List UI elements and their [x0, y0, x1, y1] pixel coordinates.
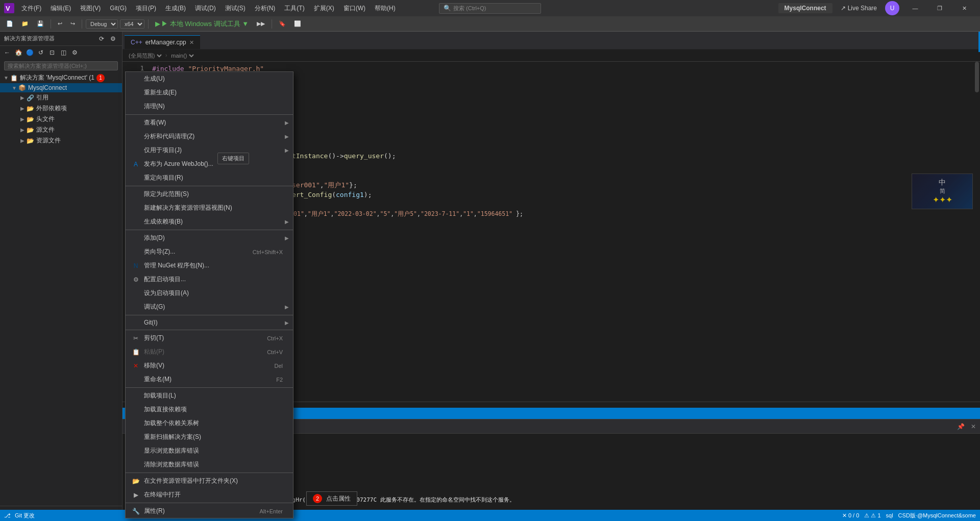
- menu-build[interactable]: 生成(B): [161, 2, 190, 15]
- user-avatar[interactable]: U: [885, 1, 899, 15]
- ctx-azure[interactable]: A 发布为 Azure WebJob()...: [126, 157, 293, 171]
- toolbar-breakpoint[interactable]: ⬜: [291, 19, 304, 28]
- menu-test[interactable]: 测试(S): [221, 2, 250, 15]
- breadcrumb-scope-select[interactable]: (全局范围): [127, 52, 163, 59]
- ctx-remove[interactable]: ✕ 移除(V) Del: [126, 359, 293, 373]
- ctx-retarget[interactable]: 重定向项目(R): [126, 171, 293, 185]
- ctx-view[interactable]: 查看(W): [126, 116, 293, 130]
- ctx-open-folder[interactable]: 📂 在文件资源管理器中打开文件夹(X): [126, 474, 293, 488]
- menu-extensions[interactable]: 扩展(X): [310, 2, 338, 15]
- ctx-rescan[interactable]: 重新扫描解决方案(S): [126, 430, 293, 444]
- sidebar-title: 解决方案资源管理器: [4, 35, 55, 42]
- sep-5: [126, 330, 293, 330]
- ctx-cut[interactable]: ✂ 剪切(T) Ctrl+X: [126, 331, 293, 345]
- toolbar-more[interactable]: ▶▶: [254, 19, 268, 28]
- menu-help[interactable]: 帮助(H): [371, 2, 400, 15]
- ctx-build[interactable]: 生成(U): [126, 72, 293, 86]
- ctx-rebuild-label: 重新生成(E): [144, 88, 177, 97]
- tree-project-node[interactable]: ▼ 📦 MysqlConnect: [0, 83, 122, 92]
- menu-project[interactable]: 项目(P): [132, 2, 160, 15]
- toolbar-redo[interactable]: ↪: [67, 19, 78, 28]
- ctx-open-terminal[interactable]: ▶ 在终端中打开: [126, 488, 293, 502]
- editor-scrollbar[interactable]: [974, 62, 980, 402]
- sidebar-tool-view[interactable]: ◫: [58, 47, 68, 58]
- ctx-add[interactable]: 添加(D): [126, 231, 293, 245]
- title-search-box[interactable]: 🔍 搜索 (Ctrl+Q): [439, 3, 541, 14]
- ctx-rebuild[interactable]: 重新生成(E): [126, 86, 293, 100]
- ctx-load-direct[interactable]: 加载直接依赖项: [126, 403, 293, 416]
- warning-indicator[interactable]: ⚠ ⚠ 1: [864, 512, 880, 519]
- minimize-button[interactable]: —: [903, 0, 927, 16]
- sidebar-tool-back[interactable]: ←: [2, 47, 12, 58]
- ctx-rename[interactable]: 重命名(M) F2: [126, 373, 293, 386]
- ctx-load-all[interactable]: 加载整个依赖关系树: [126, 416, 293, 430]
- toolbar-open[interactable]: 📁: [18, 19, 32, 28]
- ctx-clear-db-errors[interactable]: 清除浏览数据库错误: [126, 458, 293, 472]
- toolbar-save[interactable]: 💾: [34, 19, 47, 28]
- tree-solution-node[interactable]: ▼ 📋 解决方案 'MysqlConnect' (1 1: [0, 72, 122, 83]
- editor-scrollbar-thumb[interactable]: [975, 62, 979, 92]
- menu-file[interactable]: 文件(F): [17, 2, 45, 15]
- ctx-build-label: 生成(U): [144, 75, 165, 83]
- ctx-analyze-label: 分析和代码清理(Z): [144, 132, 194, 141]
- panel-pin-btn[interactable]: 📌: [955, 422, 967, 431]
- ctx-config-startup[interactable]: ⚙ 配置启动项目...: [126, 272, 293, 286]
- menu-debug[interactable]: 调试(D): [191, 2, 220, 15]
- menu-tools[interactable]: 工具(T): [280, 2, 308, 15]
- ctx-project-only[interactable]: 仅用于项目(J): [126, 143, 293, 157]
- ctx-nuget[interactable]: N 管理 NuGet 程序包(N)...: [126, 259, 293, 272]
- resources-arrow-icon: ▶: [18, 138, 27, 143]
- toolbar-bookmark[interactable]: 🔖: [276, 19, 289, 28]
- platform-select[interactable]: x64: [120, 19, 144, 29]
- ctx-analyze[interactable]: 分析和代码清理(Z): [126, 130, 293, 143]
- sidebar-tool-home[interactable]: 🏠: [13, 47, 23, 58]
- ctx-show-db-errors[interactable]: 显示浏览数据库错误: [126, 444, 293, 458]
- menu-view[interactable]: 视图(V): [76, 2, 105, 15]
- run-button[interactable]: ▶ ▶ 本地 Windows 调试工具 ▼: [152, 18, 252, 30]
- ctx-scope[interactable]: 限定为此范围(S): [126, 187, 293, 201]
- ctx-build-deps[interactable]: 生成依赖项(B): [126, 215, 293, 229]
- tree-item-sources[interactable]: ▶ 📂 源文件: [0, 125, 122, 135]
- ctx-unload[interactable]: 卸载项目(L): [126, 389, 293, 403]
- open-icon: 📁: [21, 20, 29, 27]
- tab-close-icon[interactable]: ✕: [189, 39, 194, 46]
- sidebar-tool-refresh[interactable]: ↺: [36, 47, 46, 58]
- tree-item-resources[interactable]: ▶ 📂 资源文件: [0, 135, 122, 146]
- menu-git[interactable]: Git(G): [106, 3, 131, 14]
- sidebar-sync-btn[interactable]: ⟳: [96, 34, 107, 44]
- ctx-new-view[interactable]: 新建解决方案资源管理器视图(N): [126, 201, 293, 215]
- toolbar-new[interactable]: 📄: [3, 19, 16, 28]
- toolbar-undo[interactable]: ↩: [55, 19, 65, 28]
- panel-close-btn[interactable]: ✕: [969, 422, 978, 431]
- headers-icon: 📂: [27, 116, 34, 123]
- maximize-button[interactable]: ❐: [928, 0, 951, 16]
- sidebar-settings-btn[interactable]: ⚙: [108, 34, 118, 44]
- debug-config-select[interactable]: Debug: [86, 19, 118, 29]
- ctx-class-wizard[interactable]: 类向导(Z)... Ctrl+Shift+X: [126, 245, 293, 259]
- tree-item-external[interactable]: ▶ 📂 外部依赖项: [0, 103, 122, 114]
- live-share-button[interactable]: ↗ Live Share: [837, 3, 881, 13]
- sidebar-tool-filter[interactable]: 🔵: [24, 47, 35, 58]
- breadcrumb-fn-select[interactable]: main(): [169, 52, 195, 59]
- ctx-paste[interactable]: 📋 粘贴(P) Ctrl+V: [126, 345, 293, 359]
- ctx-set-startup[interactable]: 设为启动项目(A): [126, 286, 293, 300]
- sidebar-tool-settings2[interactable]: ⚙: [69, 47, 80, 58]
- editor-tab-cpp[interactable]: C++ erManager.cpp ✕: [125, 35, 200, 49]
- sep-6: [126, 387, 293, 388]
- status-bar-left: ⎇ Git 更改: [4, 512, 35, 519]
- menu-window[interactable]: 窗口(W): [339, 2, 370, 15]
- editor-breadcrumb: (全局范围) › main(): [122, 49, 980, 62]
- sidebar-tool-collapse[interactable]: ⊡: [47, 47, 57, 58]
- close-button[interactable]: ✕: [952, 0, 976, 16]
- tree-item-refs[interactable]: ▶ 🔗 引用: [0, 92, 122, 103]
- ctx-debug[interactable]: 调试(G): [126, 300, 293, 314]
- ctx-git[interactable]: Git(I): [126, 316, 293, 329]
- error-x-icon: ✕: [842, 512, 847, 518]
- error-indicator[interactable]: ✕ 0 / 0: [842, 512, 859, 519]
- ctx-properties[interactable]: 🔧 属性(R) Alt+Enter: [126, 504, 293, 518]
- menu-analyze[interactable]: 分析(N): [251, 2, 280, 15]
- sidebar-search-input[interactable]: [4, 61, 118, 70]
- menu-edit[interactable]: 编辑(E): [46, 2, 75, 15]
- tree-item-headers[interactable]: ▶ 📂 头文件: [0, 114, 122, 125]
- ctx-clean[interactable]: 清理(N): [126, 100, 293, 113]
